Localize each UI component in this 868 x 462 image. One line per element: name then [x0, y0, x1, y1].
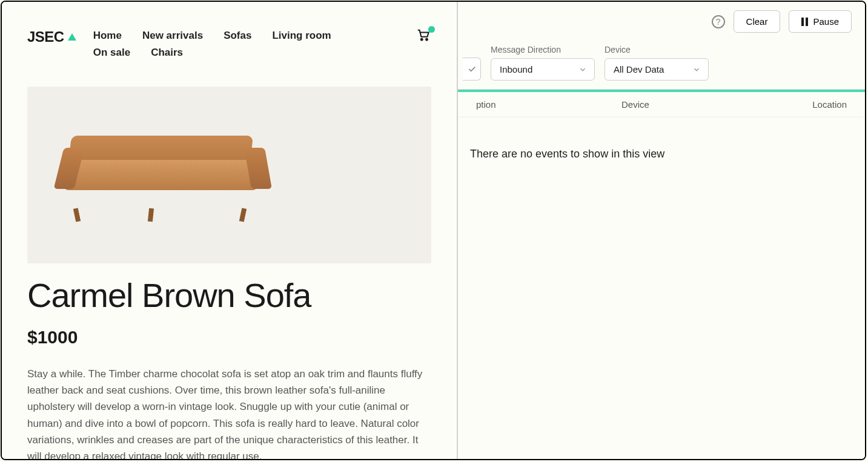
- clear-button-label: Clear: [746, 16, 768, 27]
- filter-label-message-direction: Message Direction: [491, 45, 595, 54]
- select-value-device: All Dev Data: [614, 64, 664, 74]
- filter-row: Message Direction Inbound Device All Dev…: [458, 45, 865, 90]
- chevron-down-icon: [692, 65, 701, 74]
- filter-device: Device All Dev Data: [605, 45, 709, 81]
- product-price: $1000: [27, 327, 431, 348]
- nav-sofas[interactable]: Sofas: [224, 30, 251, 42]
- nav-chairs[interactable]: Chairs: [151, 47, 183, 59]
- product-detail: Carmel Brown Sofa $1000 Stay a while. Th…: [2, 87, 457, 459]
- filter-message-direction: Message Direction Inbound: [491, 45, 595, 81]
- events-tool-pane: ? Clear Pause Message Direction Inbound: [458, 2, 865, 459]
- sofa-illustration: [64, 136, 263, 214]
- pause-button-label: Pause: [813, 16, 839, 27]
- col-header-device: Device: [621, 99, 786, 110]
- events-table-header: ption Device Location: [458, 92, 865, 117]
- select-value-message-direction: Inbound: [500, 64, 532, 74]
- filter-label-device: Device: [605, 45, 709, 54]
- col-header-option: ption: [476, 99, 621, 110]
- site-logo[interactable]: JSEC: [27, 28, 76, 45]
- nav-on-sale[interactable]: On sale: [93, 47, 130, 59]
- svg-point-0: [421, 39, 423, 41]
- pause-button[interactable]: Pause: [789, 10, 852, 33]
- help-icon[interactable]: ?: [712, 15, 725, 28]
- clear-button[interactable]: Clear: [734, 10, 781, 33]
- cart-badge-icon: [428, 26, 435, 33]
- product-hero-image: [27, 87, 431, 263]
- cart-button[interactable]: [416, 28, 431, 44]
- select-message-direction[interactable]: Inbound: [491, 58, 595, 81]
- chevron-down-icon: [578, 65, 587, 74]
- filter-check-stub[interactable]: [463, 58, 481, 81]
- site-header: JSEC Home New arrivals Sofas Living room…: [2, 2, 457, 65]
- nav-new-arrivals[interactable]: New arrivals: [142, 30, 203, 42]
- col-header-location: Location: [786, 99, 847, 110]
- product-title: Carmel Brown Sofa: [27, 276, 431, 315]
- tool-header: ? Clear Pause: [458, 2, 865, 45]
- empty-events-message: There are no events to show in this view: [458, 117, 865, 191]
- nav-living-room[interactable]: Living room: [272, 30, 331, 42]
- ecommerce-site-pane: JSEC Home New arrivals Sofas Living room…: [2, 2, 458, 459]
- svg-point-1: [426, 39, 428, 41]
- check-icon: [467, 64, 477, 74]
- logo-text: JSEC: [27, 28, 64, 45]
- select-device[interactable]: All Dev Data: [605, 58, 709, 81]
- nav-home[interactable]: Home: [93, 30, 122, 42]
- logo-triangle-icon: [68, 33, 76, 41]
- pause-icon: [801, 18, 808, 26]
- product-description: Stay a while. The Timber charme chocolat…: [27, 366, 427, 459]
- main-nav: Home New arrivals Sofas Living room On s…: [93, 30, 384, 59]
